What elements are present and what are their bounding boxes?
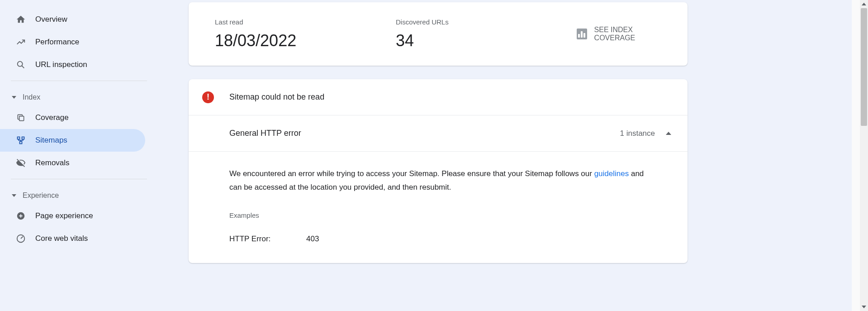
scroll-up-button[interactable] — [860, 0, 868, 8]
divider — [11, 81, 147, 81]
search-icon — [15, 59, 26, 70]
visibility-off-icon — [15, 158, 26, 168]
see-index-coverage-link[interactable]: SEE INDEX COVERAGE — [577, 26, 669, 42]
nav-label: Sitemaps — [35, 136, 67, 145]
error-reason-title: General HTTP error — [229, 129, 301, 138]
inner-scrollbar-track[interactable] — [852, 0, 860, 311]
instance-count: 1 instance — [620, 129, 655, 138]
svg-rect-4 — [22, 137, 24, 139]
see-index-label: SEE INDEX COVERAGE — [594, 26, 669, 42]
nav-label: URL inspection — [35, 60, 87, 69]
scroll-track[interactable] — [860, 8, 868, 303]
divider — [11, 179, 147, 179]
svg-rect-3 — [18, 137, 20, 139]
example-row: HTTP Error: 403 — [229, 232, 647, 246]
main-content: Last read 18/03/2022 Discovered URLs 34 … — [189, 2, 688, 277]
nav-removals[interactable]: Removals — [0, 152, 145, 174]
error-description: We encountered an error while trying to … — [229, 167, 647, 194]
stat-last-read: Last read 18/03/2022 — [215, 18, 342, 50]
error-icon: ! — [202, 91, 214, 103]
svg-line-1 — [22, 66, 24, 68]
trending-icon — [15, 37, 26, 48]
stat-value: 34 — [396, 31, 522, 50]
bar-chart-icon — [577, 29, 587, 39]
section-header-index[interactable]: Index — [0, 88, 147, 106]
stat-value: 18/03/2022 — [215, 31, 342, 50]
nav-label: Removals — [35, 158, 70, 167]
section-label: Experience — [23, 191, 59, 200]
svg-point-0 — [18, 62, 23, 67]
examples-label: Examples — [229, 210, 647, 221]
error-title: Sitemap could not be read — [229, 92, 324, 102]
stat-discovered-urls: Discovered URLs 34 — [396, 18, 522, 50]
stat-label: Discovered URLs — [396, 18, 522, 26]
sitemap-icon — [15, 135, 26, 146]
nav-sitemaps[interactable]: Sitemaps — [0, 129, 145, 152]
nav-label: Page experience — [35, 211, 93, 220]
nav-label: Performance — [35, 38, 79, 47]
error-card: ! Sitemap could not be read General HTTP… — [189, 79, 688, 263]
scroll-down-button[interactable] — [860, 303, 868, 311]
nav-coverage[interactable]: Coverage — [0, 106, 145, 129]
gauge-icon — [15, 233, 26, 244]
error-desc-pre: We encountered an error while trying to … — [229, 169, 594, 178]
outer-scrollbar — [860, 0, 868, 311]
nav-label: Core web vitals — [35, 234, 88, 243]
error-reason-row[interactable]: General HTTP error 1 instance — [189, 115, 688, 152]
copy-icon — [15, 112, 26, 123]
nav-url-inspection[interactable]: URL inspection — [0, 53, 145, 76]
error-body: We encountered an error while trying to … — [189, 152, 688, 263]
svg-rect-5 — [20, 142, 22, 144]
nav-overview[interactable]: Overview — [0, 8, 145, 31]
nav-core-web-vitals[interactable]: Core web vitals — [0, 227, 145, 250]
chevron-down-icon — [12, 194, 16, 197]
circle-plus-icon — [15, 211, 26, 221]
svg-rect-2 — [19, 116, 24, 121]
chevron-down-icon — [12, 96, 16, 99]
example-value: 403 — [306, 232, 319, 246]
section-label: Index — [23, 93, 40, 101]
section-header-experience[interactable]: Experience — [0, 187, 147, 205]
nav-page-experience[interactable]: Page experience — [0, 205, 145, 227]
error-header: ! Sitemap could not be read — [189, 79, 688, 115]
scroll-thumb[interactable] — [861, 8, 867, 126]
sidebar: Overview Performance URL inspection Inde… — [0, 0, 147, 311]
chevron-up-icon — [666, 132, 671, 135]
stats-card: Last read 18/03/2022 Discovered URLs 34 … — [189, 2, 688, 66]
guidelines-link[interactable]: guidelines — [594, 169, 629, 178]
home-icon — [15, 14, 26, 25]
nav-performance[interactable]: Performance — [0, 31, 145, 53]
nav-label: Overview — [35, 15, 67, 24]
stat-label: Last read — [215, 18, 342, 26]
example-key: HTTP Error: — [229, 232, 306, 246]
nav-label: Coverage — [35, 113, 69, 122]
